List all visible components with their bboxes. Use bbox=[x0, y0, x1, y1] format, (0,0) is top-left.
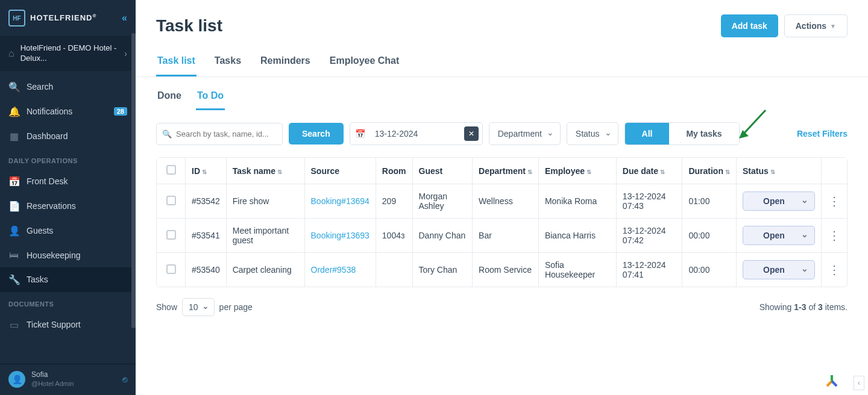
col-blank bbox=[822, 158, 847, 184]
pager-show-label: Show bbox=[156, 302, 177, 312]
clear-date-icon[interactable]: ✕ bbox=[464, 126, 479, 141]
brand-name: HOTELFRIEND® bbox=[30, 13, 96, 22]
nav-ticket-support[interactable]: ▭Ticket Support bbox=[0, 313, 136, 337]
nav-dashboard[interactable]: ▦Dashboard bbox=[0, 124, 136, 149]
page-size-select[interactable]: 10 bbox=[182, 298, 215, 316]
nav-notifications[interactable]: 🔔Notifications28 bbox=[0, 99, 136, 124]
search-icon: 🔍 bbox=[162, 129, 172, 138]
notif-badge: 28 bbox=[114, 107, 127, 116]
search-box: 🔍 bbox=[156, 123, 283, 145]
segment-my-tasks[interactable]: My tasks bbox=[669, 123, 738, 145]
col-status[interactable]: Status⇅ bbox=[737, 158, 822, 184]
person-icon: 👤 bbox=[8, 225, 19, 237]
col-duration[interactable]: Duration⇅ bbox=[682, 158, 737, 184]
avatar: 👤 bbox=[8, 371, 25, 388]
col-employee[interactable]: Employee⇅ bbox=[539, 158, 617, 184]
user-info: Sofia@Hotel Admin bbox=[31, 370, 116, 389]
scope-segment: All My tasks bbox=[624, 122, 740, 145]
subtab-done[interactable]: Done bbox=[156, 88, 183, 110]
department-select[interactable]: Department bbox=[489, 122, 561, 145]
hotel-selector[interactable]: ⌂ HotelFriend - DEMO Hotel - Delux... › bbox=[0, 36, 136, 71]
row-checkbox[interactable] bbox=[166, 230, 176, 240]
tab-task-list[interactable]: Task list bbox=[156, 49, 197, 76]
segment-all[interactable]: All bbox=[625, 123, 670, 145]
table-row: #53541Meet important guestBooking#136931… bbox=[157, 219, 847, 253]
status-select[interactable]: Open bbox=[743, 226, 815, 245]
row-menu-icon[interactable]: ⋮ bbox=[828, 229, 840, 242]
logout-icon[interactable]: ⎋ bbox=[122, 375, 127, 384]
sidebar-scrollbar[interactable] bbox=[131, 33, 136, 328]
tasks-table: ID⇅Task name⇅SourceRoomGuestDepartment⇅E… bbox=[156, 157, 848, 287]
row-menu-icon[interactable]: ⋮ bbox=[828, 194, 840, 208]
actions-button[interactable]: Actions▼ bbox=[784, 14, 848, 37]
search-icon: 🔍 bbox=[8, 81, 19, 93]
home-icon: ⌂ bbox=[8, 48, 14, 59]
table-row: #53540Carpet cleaningOrder#9538Tory Chan… bbox=[157, 253, 847, 287]
nav-guests[interactable]: 👤Guests bbox=[0, 219, 136, 243]
expand-pane-icon[interactable]: ‹ bbox=[854, 376, 864, 390]
date-filter[interactable]: 📅 ✕ bbox=[350, 122, 483, 145]
col-due-date[interactable]: Due date⇅ bbox=[617, 158, 683, 184]
sort-icon: ⇅ bbox=[770, 169, 775, 175]
logo-icon: HF bbox=[8, 10, 25, 26]
footer-logo-icon bbox=[825, 374, 839, 390]
sort-icon: ⇅ bbox=[527, 169, 532, 175]
search-button[interactable]: Search bbox=[289, 123, 344, 145]
col-department[interactable]: Department⇅ bbox=[473, 158, 539, 184]
bell-icon: 🔔 bbox=[8, 106, 19, 117]
tab-tasks[interactable]: Tasks bbox=[213, 49, 242, 76]
hotel-name: HotelFriend - DEMO Hotel - Delux... bbox=[20, 43, 119, 64]
select-all-checkbox[interactable] bbox=[166, 165, 176, 175]
table-row: #53542Fire showBooking#13694209Morgan As… bbox=[157, 184, 847, 219]
add-task-button[interactable]: Add task bbox=[721, 14, 778, 37]
col-guest: Guest bbox=[413, 158, 473, 184]
tab-reminders[interactable]: Reminders bbox=[259, 49, 312, 76]
logo: HF HOTELFRIEND® « bbox=[0, 0, 136, 36]
sort-icon: ⇅ bbox=[587, 169, 591, 175]
sidebar: HF HOTELFRIEND® « ⌂ HotelFriend - DEMO H… bbox=[0, 0, 136, 395]
ticket-icon: ▭ bbox=[8, 319, 19, 331]
col-source: Source bbox=[305, 158, 376, 184]
source-link[interactable]: Booking#13694 bbox=[311, 196, 370, 206]
pager-summary: Showing 1-3 of 3 items. bbox=[760, 302, 848, 312]
row-checkbox[interactable] bbox=[166, 264, 176, 274]
status-select[interactable]: Open bbox=[743, 260, 815, 279]
reset-filters-link[interactable]: Reset Filters bbox=[797, 129, 848, 138]
calendar-icon: 📅 bbox=[350, 129, 370, 138]
doc-icon: 📄 bbox=[8, 201, 19, 212]
nav-header-daily-ops: DAILY OPERATIONS bbox=[0, 149, 136, 169]
status-select[interactable]: Status bbox=[567, 122, 618, 145]
sort-icon: ⇅ bbox=[660, 169, 665, 175]
nav-tasks[interactable]: 🔧Tasks bbox=[0, 267, 136, 292]
wrench-icon: 🔧 bbox=[8, 274, 19, 285]
col-task-name[interactable]: Task name⇅ bbox=[227, 158, 305, 184]
chevron-right-icon: › bbox=[124, 49, 127, 58]
nav-front-desk[interactable]: 📅Front Desk bbox=[0, 169, 136, 194]
tab-employee-chat[interactable]: Employee Chat bbox=[329, 49, 401, 76]
source-link[interactable]: Order#9538 bbox=[311, 265, 356, 275]
user-row[interactable]: 👤 Sofia@Hotel Admin ⎋ bbox=[0, 364, 136, 395]
row-menu-icon[interactable]: ⋮ bbox=[828, 263, 840, 276]
search-input[interactable] bbox=[156, 123, 283, 145]
nav-search[interactable]: 🔍Search bbox=[0, 75, 136, 99]
row-checkbox[interactable] bbox=[166, 196, 176, 205]
col-id[interactable]: ID⇅ bbox=[186, 158, 227, 184]
sort-icon: ⇅ bbox=[202, 169, 207, 175]
subtab-to-do[interactable]: To Do bbox=[196, 88, 225, 110]
date-input[interactable] bbox=[370, 123, 461, 145]
sort-icon: ⇅ bbox=[725, 169, 730, 175]
calendar-icon: 📅 bbox=[8, 176, 19, 187]
bed-icon: 🛏 bbox=[8, 250, 19, 261]
status-select[interactable]: Open bbox=[743, 191, 815, 211]
nav-housekeeping[interactable]: 🛏Housekeeping bbox=[0, 243, 136, 267]
nav-header-documents: DOCUMENTS bbox=[0, 292, 136, 313]
col-blank bbox=[157, 158, 186, 184]
nav-reservations[interactable]: 📄Reservations bbox=[0, 194, 136, 219]
grid-icon: ▦ bbox=[8, 131, 19, 142]
collapse-sidebar-icon[interactable]: « bbox=[122, 13, 127, 23]
col-room: Room bbox=[376, 158, 413, 184]
sort-icon: ⇅ bbox=[277, 169, 282, 175]
chevron-down-icon: ▼ bbox=[830, 23, 836, 30]
source-link[interactable]: Booking#13693 bbox=[311, 231, 370, 240]
pager-per-label: per page bbox=[219, 302, 253, 312]
